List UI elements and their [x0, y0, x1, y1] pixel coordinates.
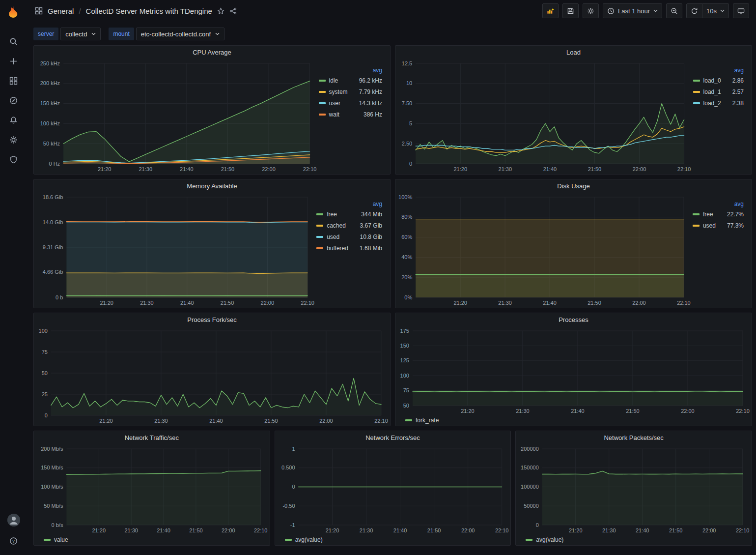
legend-item-idle[interactable]: idle96.2 kHz: [319, 75, 382, 86]
series-color-dash: [526, 539, 532, 541]
series-value: 2.57: [725, 88, 744, 95]
top-navbar: General / CollectD Server Metrics with T…: [27, 0, 756, 22]
legend-item-cached[interactable]: cached3.67 Gib: [316, 220, 382, 231]
panel-title-text: Memory Available: [187, 182, 237, 190]
chevron-down-icon: [653, 9, 658, 12]
refresh-interval-picker[interactable]: 10s: [702, 3, 729, 18]
process-fork-chart[interactable]: 025507510021:2021:3021:4021:5022:0022:10: [35, 326, 387, 425]
svg-text:9.31 Gib: 9.31 Gib: [43, 244, 63, 250]
panel-title[interactable]: Network Errors/sec: [275, 431, 511, 444]
svg-text:21:20: 21:20: [453, 166, 467, 172]
load-legend: avgload_02.86load_12.57load_22.38: [690, 59, 749, 174]
series-name: used: [703, 222, 716, 229]
dashboard-settings-gear-icon[interactable]: [583, 3, 599, 18]
create-plus-icon[interactable]: [4, 54, 23, 68]
panel-title[interactable]: Network Packets/sec: [516, 431, 752, 444]
refresh-group: 10s: [686, 3, 729, 18]
legend-item-free[interactable]: free22.7%: [693, 208, 744, 220]
disk-usage-chart[interactable]: 0%20%40%60%80%100%21:2021:3021:4021:5022…: [396, 193, 690, 307]
svg-text:200 Mb/s: 200 Mb/s: [41, 446, 63, 452]
legend-item-wait[interactable]: wait386 Hz: [319, 109, 382, 120]
svg-text:21:20: 21:20: [453, 300, 467, 306]
legend-item-value[interactable]: value: [44, 535, 68, 545]
legend-item-avg(value)[interactable]: avg(value): [526, 535, 563, 545]
panel-title[interactable]: CPU Average: [34, 46, 390, 59]
legend-item-free[interactable]: free344 Mib: [316, 208, 382, 220]
panel-title[interactable]: Memory Available: [34, 179, 390, 193]
legend-item-used[interactable]: used10.8 Gib: [316, 231, 382, 242]
svg-text:75: 75: [403, 387, 409, 393]
legend-item-avg(value)[interactable]: avg(value): [285, 535, 323, 545]
user-avatar[interactable]: [7, 514, 20, 526]
help-icon[interactable]: ?: [4, 533, 23, 548]
network-packets-chart[interactable]: 05000010000015000020000021:2021:3021:402…: [517, 444, 749, 535]
load-chart[interactable]: 02.5057.501012.521:2021:3021:4021:5022:0…: [396, 59, 690, 174]
series-name: cached: [327, 222, 346, 229]
variable-server-dropdown[interactable]: collectd: [60, 28, 101, 40]
legend-item-used[interactable]: used77.3%: [693, 220, 744, 231]
series-color-dash: [405, 419, 412, 421]
legend-item-load_0[interactable]: load_02.86: [693, 75, 744, 86]
panel-title[interactable]: Load: [395, 46, 752, 59]
svg-text:22:10: 22:10: [301, 300, 314, 306]
cpu-average-chart[interactable]: 0 Hz50 kHz100 kHz150 kHz200 kHz250 kHz21…: [35, 59, 316, 174]
series-color-dash: [693, 225, 700, 227]
dashboards-grid-icon[interactable]: [4, 73, 23, 88]
series-value: 344 Mib: [353, 211, 382, 218]
legend-item-fork_rate[interactable]: fork_rate: [405, 415, 439, 425]
svg-text:?: ?: [12, 538, 15, 543]
dashboard-title[interactable]: CollectD Server Metrics with TDengine: [86, 7, 212, 15]
zoom-out-button[interactable]: [666, 3, 682, 18]
svg-text:100: 100: [39, 328, 48, 334]
variable-mount: mount etc-collectd-collectd.conf: [109, 28, 224, 40]
svg-text:22:00: 22:00: [632, 300, 646, 306]
svg-text:21:50: 21:50: [221, 166, 235, 172]
network-errors-chart[interactable]: -1-0.5000.500121:2021:3021:4021:5022:002…: [276, 444, 508, 535]
panel-process-fork: Process Fork/sec 025507510021:2021:3021:…: [33, 313, 391, 426]
star-icon[interactable]: [217, 7, 224, 15]
admin-shield-icon[interactable]: [4, 152, 23, 167]
variable-mount-dropdown[interactable]: etc-collectd-collectd.conf: [136, 28, 224, 40]
chevron-down-icon: [720, 9, 725, 12]
navbar-actions: Last 1 hour 10s: [542, 3, 749, 18]
svg-text:21:20: 21:20: [99, 418, 113, 424]
svg-text:80%: 80%: [401, 214, 412, 220]
dashboard-grid-icon[interactable]: [35, 7, 43, 15]
svg-text:100: 100: [400, 373, 409, 379]
panel-title[interactable]: Process Fork/sec: [34, 313, 390, 326]
series-name: used: [327, 234, 339, 240]
panel-title-text: Load: [566, 49, 581, 56]
panel-title[interactable]: Processes: [395, 313, 752, 326]
refresh-button[interactable]: [686, 3, 702, 18]
time-range-picker[interactable]: Last 1 hour: [603, 3, 662, 18]
series-color-dash: [319, 80, 326, 82]
add-panel-button[interactable]: [542, 3, 559, 18]
panel-title[interactable]: Disk Usage: [395, 179, 752, 193]
disk-legend: avgfree22.7%used77.3%: [690, 193, 749, 307]
legend-item-user[interactable]: user14.3 kHz: [319, 97, 382, 109]
grafana-logo[interactable]: [5, 4, 22, 21]
svg-text:21:30: 21:30: [499, 166, 512, 172]
variable-server: server collectd: [33, 28, 101, 40]
series-value: 2.38: [725, 100, 744, 107]
legend-item-load_2[interactable]: load_22.38: [693, 97, 744, 109]
save-dashboard-button[interactable]: [562, 3, 579, 18]
svg-text:21:30: 21:30: [124, 527, 138, 533]
svg-text:4.66 Gib: 4.66 Gib: [43, 269, 63, 275]
legend-item-load_1[interactable]: load_12.57: [693, 86, 744, 97]
series-value: 1.68 Mib: [352, 245, 382, 252]
configuration-gear-icon[interactable]: [4, 132, 23, 147]
legend-item-system[interactable]: system7.79 kHz: [319, 86, 382, 97]
network-traffic-chart[interactable]: 0 b/s50 Mb/s100 Mb/s150 Mb/s200 Mb/s21:2…: [35, 444, 267, 535]
alerting-bell-icon[interactable]: [4, 113, 23, 127]
legend-item-buffered[interactable]: buffered1.68 Mib: [316, 242, 382, 254]
share-icon[interactable]: [229, 7, 237, 15]
kiosk-tv-button[interactable]: [733, 3, 749, 18]
memory-available-chart[interactable]: 0 b4.66 Gib9.31 Gib14.0 Gib18.6 Gib21:20…: [35, 193, 313, 307]
explore-compass-icon[interactable]: [4, 93, 23, 108]
breadcrumb-section[interactable]: General: [48, 7, 74, 15]
search-icon[interactable]: [4, 34, 23, 49]
panel-title[interactable]: Network Traffic/sec: [34, 431, 270, 444]
svg-text:21:40: 21:40: [393, 527, 407, 533]
processes-chart[interactable]: 507510012515017521:2021:3021:4021:5022:0…: [396, 326, 749, 415]
